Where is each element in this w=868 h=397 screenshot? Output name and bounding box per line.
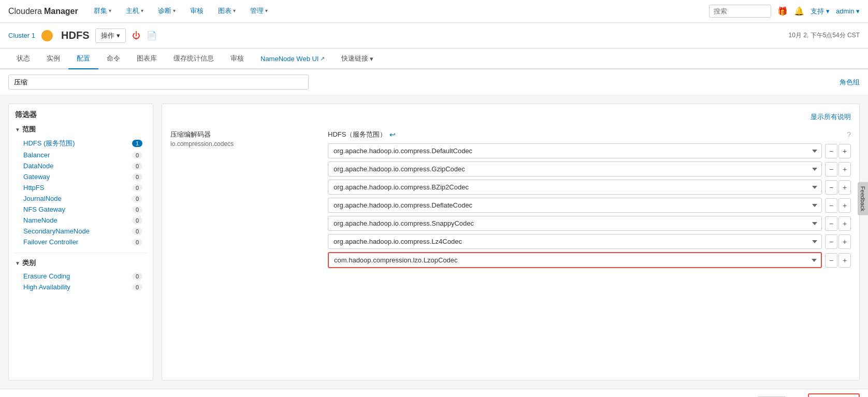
tab-instances[interactable]: 实例: [38, 49, 68, 69]
tab-status[interactable]: 状态: [8, 49, 38, 69]
help-icon[interactable]: ?: [847, 130, 851, 139]
codec-row-highlighted: com.hadoop.compression.lzo.LzopCodec − +: [328, 252, 851, 268]
tab-chart-lib[interactable]: 图表库: [128, 49, 165, 69]
nav-right: 🎁 🔔 支持 ▾ admin ▾: [709, 5, 860, 18]
service-status-icon: [41, 30, 53, 41]
role-group-link[interactable]: 角色组: [840, 78, 860, 87]
codec-row: org.apache.hadoop.io.compress.SnappyCode…: [328, 216, 851, 231]
tabs-bar: 状态 实例 配置 命令 图表库 缓存统计信息 审核 NameNode Web U…: [0, 49, 868, 69]
tab-quick-links[interactable]: 快速链接 ▾: [333, 49, 382, 69]
tab-namenode-webui[interactable]: NameNode Web UI ↗: [252, 50, 333, 69]
codec-minus-btn-0[interactable]: −: [825, 144, 837, 158]
category-section-header[interactable]: ▼ 类别: [15, 258, 147, 268]
filter-bar: 角色组: [0, 69, 868, 95]
deploy-icon[interactable]: 📄: [147, 31, 157, 40]
codec-select-1[interactable]: org.apache.hadoop.io.compress.GzipCodec: [328, 161, 822, 177]
chevron-down-icon: ▾: [141, 8, 143, 13]
gift-icon[interactable]: 🎁: [777, 6, 788, 16]
scope-back-icon[interactable]: ↩: [389, 130, 396, 139]
breadcrumb-cluster[interactable]: Cluster 1: [8, 32, 35, 39]
sidebar-item-httpfs[interactable]: HttpFS 0: [15, 182, 147, 193]
sidebar-item-failovercontroller[interactable]: Failover Controller 0: [15, 237, 147, 247]
codec-plus-btn-4[interactable]: +: [838, 216, 851, 231]
power-icon[interactable]: ⏻: [132, 31, 140, 40]
codec-minus-btn-1[interactable]: −: [825, 162, 837, 177]
codec-btn-group-1: − +: [825, 162, 851, 177]
param-label-sub: io.compression.codecs: [170, 140, 315, 148]
nav-charts[interactable]: 图表 ▾: [213, 0, 241, 23]
brand-cloudera: Cloudera: [8, 7, 42, 16]
sidebar: 筛选器 ▼ 范围 HDFS (服务范围) 1 Balancer 0 DataNo…: [8, 104, 153, 380]
codec-plus-btn-2[interactable]: +: [838, 180, 851, 195]
codec-select-3[interactable]: org.apache.hadoop.io.compress.DeflateCod…: [328, 198, 822, 213]
codec-plus-btn-0[interactable]: +: [838, 144, 851, 158]
action-button[interactable]: 操作 ▾: [95, 28, 126, 43]
sidebar-item-balancer[interactable]: Balancer 0: [15, 150, 147, 160]
sidebar-title: 筛选器: [15, 110, 147, 120]
category-section: ▼ 类别 Erasure Coding 0 High Availability …: [15, 258, 147, 292]
codec-btn-group-0: − +: [825, 144, 851, 158]
sidebar-item-namenode[interactable]: NameNode 0: [15, 215, 147, 226]
sidebar-item-secondarynamenode[interactable]: SecondaryNameNode 0: [15, 226, 147, 237]
codec-btn-group-2: − +: [825, 180, 851, 195]
chevron-down-icon: ▾: [265, 8, 268, 13]
codec-minus-btn-6[interactable]: −: [825, 253, 837, 268]
chevron-down-icon: ▾: [173, 8, 176, 13]
codec-plus-btn-1[interactable]: +: [838, 162, 851, 177]
codec-minus-btn-3[interactable]: −: [825, 198, 837, 213]
codec-plus-btn-5[interactable]: +: [838, 234, 851, 249]
sidebar-item-hdfs[interactable]: HDFS (服务范围) 1: [15, 137, 147, 150]
sub-header: Cluster 1 HDFS 操作 ▾ ⏻ 📄 10月 2, 下午5点54分 C…: [0, 23, 868, 49]
codec-minus-btn-5[interactable]: −: [825, 234, 837, 249]
main-content: 筛选器 ▼ 范围 HDFS (服务范围) 1 Balancer 0 DataNo…: [0, 95, 868, 389]
codec-plus-btn-3[interactable]: +: [838, 198, 851, 213]
codec-select-6[interactable]: com.hadoop.compression.lzo.LzopCodec: [328, 252, 822, 268]
codec-row: org.apache.hadoop.io.compress.DeflateCod…: [328, 198, 851, 213]
bell-icon[interactable]: 🔔: [794, 6, 804, 16]
save-button[interactable]: 保存更改: [808, 393, 860, 397]
chevron-down-icon: ▾: [109, 8, 111, 13]
timestamp: 10月 2, 下午5点54分 CST: [789, 31, 860, 40]
codec-rows: HDFS（服务范围） ↩ ? org.apache.hadoop.io.comp…: [328, 130, 851, 271]
filter-input[interactable]: [8, 75, 309, 90]
sidebar-item-erasurecoding[interactable]: Erasure Coding 0: [15, 271, 147, 282]
sidebar-item-gateway[interactable]: Gateway 0: [15, 171, 147, 182]
param-label-title: 压缩编解码器: [170, 130, 315, 139]
codec-select-5[interactable]: org.apache.hadoop.io.compress.Lz4Codec: [328, 234, 822, 249]
support-link[interactable]: 支持 ▾: [811, 7, 830, 16]
search-input[interactable]: [709, 5, 771, 18]
config-header: 显示所有说明: [170, 112, 851, 122]
codec-minus-btn-2[interactable]: −: [825, 180, 837, 195]
nav-audit[interactable]: 审核: [185, 0, 209, 23]
sidebar-item-datanode[interactable]: DataNode 0: [15, 160, 147, 171]
chevron-down-icon: ▾: [370, 55, 373, 63]
sidebar-item-nfsgateway[interactable]: NFS Gateway 0: [15, 204, 147, 215]
nav-diagnostics[interactable]: 诊断 ▾: [153, 0, 181, 23]
admin-menu[interactable]: admin ▾: [836, 7, 860, 15]
tab-commands[interactable]: 命令: [98, 49, 128, 69]
codec-row: org.apache.hadoop.io.compress.DefaultCod…: [328, 143, 851, 158]
codec-btn-group-6: − +: [825, 253, 851, 268]
codec-minus-btn-4[interactable]: −: [825, 216, 837, 231]
tab-config[interactable]: 配置: [68, 49, 98, 69]
external-link-icon: ↗: [320, 55, 325, 62]
nav-manage[interactable]: 管理 ▾: [245, 0, 273, 23]
codec-select-4[interactable]: org.apache.hadoop.io.compress.SnappyCode…: [328, 216, 822, 231]
nav-hosts[interactable]: 主机 ▾: [121, 0, 149, 23]
scope-section-header[interactable]: ▼ 范围: [15, 125, 147, 134]
codec-select-2[interactable]: org.apache.hadoop.io.compress.BZip2Codec: [328, 180, 822, 195]
codec-plus-btn-6[interactable]: +: [838, 253, 851, 268]
codec-select-0[interactable]: org.apache.hadoop.io.compress.DefaultCod…: [328, 143, 822, 158]
top-nav: Cloudera Manager 群集 ▾ 主机 ▾ 诊断 ▾ 审核 图表 ▾ …: [0, 0, 868, 23]
service-title: HDFS: [61, 30, 89, 41]
param-scope: HDFS（服务范围） ↩ ?: [328, 130, 851, 139]
tab-cache-stats[interactable]: 缓存统计信息: [165, 49, 222, 69]
nav-cluster[interactable]: 群集 ▾: [89, 0, 117, 23]
caret-icon: ▼: [15, 260, 20, 266]
param-label: 压缩编解码器 io.compression.codecs: [170, 130, 315, 271]
tab-audit[interactable]: 审核: [222, 49, 252, 69]
feedback-tab[interactable]: Feedback: [858, 182, 868, 215]
show-all-link[interactable]: 显示所有说明: [811, 112, 851, 122]
sidebar-item-highavailability[interactable]: High Availability 0: [15, 282, 147, 292]
sidebar-item-journalnode[interactable]: JournalNode 0: [15, 193, 147, 204]
